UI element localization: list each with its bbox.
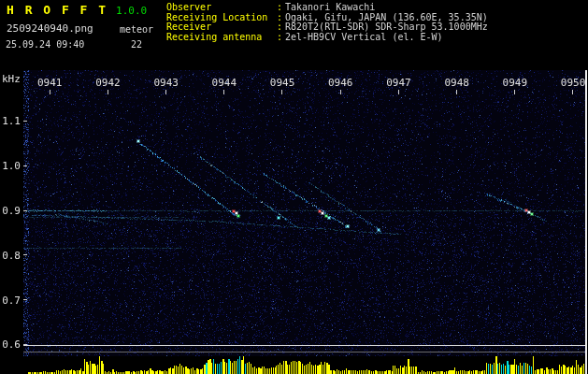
- time-tick-label: 0942: [95, 77, 121, 89]
- info-separator: :: [277, 33, 285, 43]
- info-row-antenna: Receiving antenna : 2el-HB9CV Vertical (…: [166, 33, 488, 43]
- freq-tick-label: 1.1: [2, 115, 21, 127]
- freq-tick-label: 0.9: [2, 205, 21, 217]
- info-label: Receiver: [166, 22, 277, 33]
- freq-tick-label: 1.0: [2, 160, 21, 172]
- echo-count: 22: [131, 39, 142, 50]
- time-tick-label: 0948: [444, 77, 469, 89]
- app-title: H R O F F T 1.0.0: [7, 3, 147, 17]
- station-info: Observer : Takanori Kawachi Receiving Lo…: [166, 3, 488, 42]
- info-row-observer: Observer : Takanori Kawachi: [166, 3, 488, 13]
- info-label: Observer: [166, 3, 277, 13]
- info-value: 2el-HB9CV Vertical (el. E-W): [285, 33, 443, 43]
- freq-tick-label: 0.7: [2, 295, 21, 307]
- hrofft-window: H R O F F T 1.0.0 2509240940.png meteor …: [0, 0, 588, 374]
- time-tick-label: 0949: [503, 77, 528, 89]
- time-tick-label: 0946: [328, 77, 353, 89]
- freq-tick-label: 0.6: [2, 338, 21, 351]
- info-label: Receiving antenna: [166, 33, 277, 43]
- app-version: 1.0.0: [116, 5, 147, 17]
- app-name: H R O F F T: [7, 3, 108, 17]
- output-filename: 2509240940.png: [7, 22, 93, 35]
- observation-datetime: 25.09.24 09:40: [6, 39, 84, 50]
- time-tick-label: 0950: [561, 77, 586, 89]
- info-value: Takanori Kawachi: [285, 3, 375, 13]
- info-separator: :: [277, 22, 285, 33]
- freq-tick-label: 0.8: [2, 250, 21, 262]
- info-separator: :: [277, 3, 285, 13]
- observation-mode: meteor: [120, 24, 153, 35]
- info-value: R820T2(RTL-SDR) SDR-Sharp 53.1000MHz: [285, 22, 488, 33]
- time-tick-label: 0947: [386, 77, 411, 89]
- time-tick-label: 0944: [212, 77, 237, 89]
- spectrogram-canvas: [0, 0, 588, 374]
- time-tick-label: 0945: [270, 77, 295, 89]
- freq-axis-unit: kHz: [2, 73, 21, 85]
- time-tick-label: 0941: [37, 77, 63, 89]
- info-row-receiver: Receiver : R820T2(RTL-SDR) SDR-Sharp 53.…: [166, 22, 488, 33]
- time-tick-label: 0943: [153, 77, 179, 89]
